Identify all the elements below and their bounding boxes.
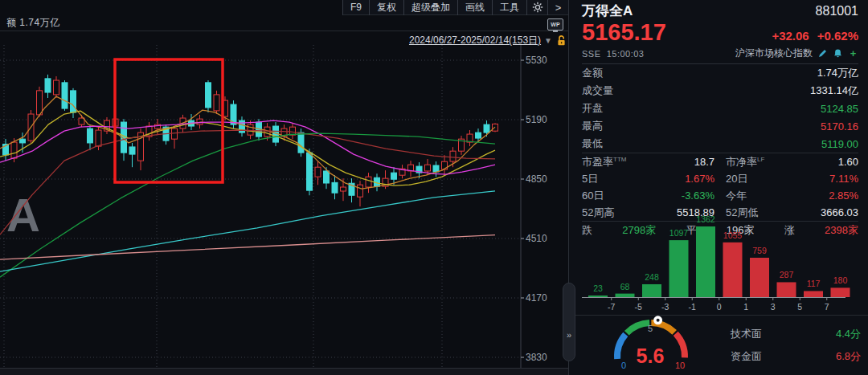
score-label: 技术面 [730, 328, 762, 340]
stat-cell-20日: 20日7.11% [726, 172, 858, 186]
stat-cell-60日: 60日-3.63% [582, 189, 714, 203]
histogram-bar-value: 759 [752, 246, 767, 255]
stat-row-金额: 金额1.74万亿 [582, 64, 858, 82]
wp-window-icon[interactable]: WP [547, 18, 563, 31]
stat-value: 5124.85 [821, 103, 858, 115]
stat-label: 20日 [726, 172, 747, 186]
histogram-bar [777, 282, 796, 297]
sentiment-gauge: 05105.6技术面4.4分资金面6.8分 [569, 316, 868, 375]
ma-cyan [0, 191, 495, 271]
stat-value: 1.60 [838, 156, 858, 168]
stat-value: -3.63% [682, 190, 714, 202]
histogram-bar-value: 23 [593, 283, 603, 293]
histogram-bar-value: 287 [780, 270, 794, 279]
histogram-axis-tick: 5 [797, 302, 802, 312]
lock-open-icon[interactable] [555, 35, 567, 47]
stat-pair-row: 市盈率TTM18.7市净率LF1.60 [582, 153, 858, 170]
last-price: 5165.17 [582, 21, 666, 44]
histogram-bar-value: 117 [807, 279, 821, 288]
chart-pane: A 553051904850451041703830 额 1.74万亿 F9复权… [0, 0, 568, 375]
wind-terminal-screen: A 553051904850451041703830 额 1.74万亿 F9复权… [0, 0, 868, 375]
collapse-panel-handle[interactable]: » [563, 283, 575, 361]
histogram-axis-tick: -1 [689, 302, 696, 312]
stat-value: 18.7 [694, 156, 714, 168]
chart-bottom-strip [0, 368, 568, 375]
stat-pair-row: 5日1.67%20日7.11% [582, 170, 858, 187]
gauge-arc-segment [617, 334, 625, 358]
histogram-bar [642, 284, 661, 297]
header-divider [0, 31, 568, 31]
histogram-axis-tick: 0 [717, 302, 722, 312]
histogram-bar-value: 68 [620, 282, 630, 291]
histogram-bar [669, 240, 689, 297]
stat-value: 7.11% [829, 173, 858, 185]
toolbar-button-超级叠加[interactable]: 超级叠加 [403, 0, 457, 15]
chart-candles [3, 75, 498, 206]
toolbar-button-画线[interactable]: 画线 [457, 0, 492, 15]
toolbar-button-F9[interactable]: F9 [342, 0, 369, 15]
edit-pencil-icon[interactable] [817, 48, 828, 59]
stat-cell-今年: 今年2.85% [726, 189, 858, 203]
price-axis: 553051904850451041703830 [521, 45, 547, 368]
histogram-axis-tick: 7 [825, 302, 829, 312]
histogram-axis-tick: -5 [635, 302, 642, 312]
histogram-bar [831, 287, 850, 297]
score-value: 6.8分 [836, 350, 861, 362]
histogram-bar [616, 294, 635, 297]
stat-label: 最低 [582, 137, 603, 151]
chart-toolbar: F9复权超级叠加画线工具> [342, 0, 568, 15]
histogram-bar-value: 1362 [696, 214, 715, 224]
histogram-bar [750, 258, 769, 297]
histogram-bar [696, 226, 715, 297]
quote-panel: 万得全A 881001 5165.17 +32.06+0.62% SSE 15:… [568, 0, 868, 375]
index-group-row: 沪深市场核心指数 + [735, 47, 858, 60]
gauge-arc-segment [676, 333, 685, 357]
svg-text:4170: 4170 [526, 292, 547, 304]
exchange-time: SSE 15:00:03 [582, 49, 644, 59]
histogram-bar-value: 1097 [669, 228, 689, 238]
stat-row-最高: 最高5170.16 [582, 117, 858, 135]
chevron-down-icon[interactable]: ▼ [544, 36, 552, 45]
gauge-arc-segment [627, 323, 649, 333]
histogram-axis-tick: 1 [743, 302, 748, 312]
toolbar-button-工具[interactable]: 工具 [492, 0, 526, 15]
chart-watermark: A [6, 189, 40, 241]
svg-text:5190: 5190 [526, 114, 547, 125]
stat-label: 成交量 [582, 84, 613, 98]
histogram-axis-tick: -7 [608, 302, 615, 312]
svg-text:A: A [6, 189, 40, 241]
toolbar-more-chevron[interactable]: > [547, 0, 568, 15]
svg-text:4510: 4510 [526, 233, 547, 244]
stat-value: 1.67% [685, 173, 714, 185]
gauge-arc-segment [651, 323, 674, 332]
svg-text:3830: 3830 [526, 352, 547, 363]
toolbar-button-复权[interactable]: 复权 [369, 0, 403, 15]
stat-label: 金额 [582, 66, 603, 80]
stat-value: 2.85% [829, 190, 858, 202]
stat-cell-市净率: 市净率LF1.60 [726, 155, 858, 169]
histogram-axis-tick: 3 [771, 302, 776, 312]
add-plus-icon[interactable]: + [848, 48, 858, 59]
candlestick-chart[interactable]: A 553051904850451041703830 [0, 0, 568, 375]
svg-text:4850: 4850 [526, 173, 547, 185]
wp-icon-label: WP [551, 22, 559, 27]
date-range-selector[interactable]: 2024/06/27-2025/02/14(153日) [409, 34, 541, 47]
alert-bell-icon[interactable] [833, 48, 843, 59]
stat-cell-5日: 5日1.67% [582, 172, 714, 186]
histogram-bar [723, 243, 743, 297]
stat-pair-row: 60日-3.63%今年2.85% [582, 187, 858, 204]
gauge-min-label: 0 [621, 361, 626, 370]
stat-cell-市盈率: 市盈率TTM18.7 [582, 155, 714, 169]
gear-icon[interactable] [526, 0, 547, 15]
stat-label: 最高 [582, 119, 603, 133]
stat-label: 5日 [582, 172, 598, 186]
stat-row-开盘: 开盘5124.85 [582, 100, 858, 117]
price-change: +32.06+0.62% [764, 29, 858, 44]
stat-value: 1331.14亿 [810, 84, 858, 98]
index-name[interactable]: 万得全A [582, 2, 633, 20]
gauge-mid-label: 5 [648, 324, 653, 333]
gauge-max-label: 10 [675, 361, 685, 370]
chart-gridlines [0, 45, 521, 368]
stat-label: 今年 [726, 189, 747, 203]
stat-label: 开盘 [582, 101, 603, 116]
